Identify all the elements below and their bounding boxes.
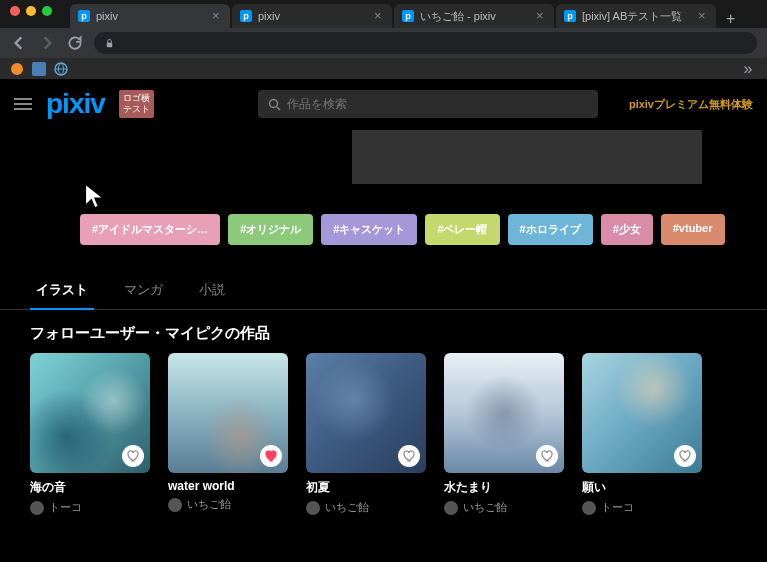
svg-text:p: p [405,11,411,21]
svg-text:p: p [243,11,249,21]
search-box[interactable] [258,90,598,118]
ad-placeholder [352,130,702,184]
tab-title: [pixiv] ABテスト一覧 [582,9,692,24]
pixiv-logo[interactable]: pixiv [46,88,105,120]
svg-point-15 [269,99,277,107]
pixiv-favicon-icon: p [240,10,252,22]
extension-row: » [0,58,767,80]
avatar [30,501,44,515]
artwork-title[interactable]: 水たまり [444,479,564,496]
artwork-card: 願い トーコ [582,353,702,515]
window-maximize[interactable] [42,6,52,16]
svg-line-16 [277,107,280,110]
author-name: いちご飴 [463,500,507,515]
pixiv-favicon-icon: p [78,10,90,22]
mouse-cursor-icon [82,182,110,210]
avatar [168,498,182,512]
tag-pill[interactable]: #オリジナル [228,214,313,245]
like-button[interactable] [122,445,144,467]
section-title: フォローユーザー・マイピクの作品 [0,310,767,353]
artwork-card: 海の音 トーコ [30,353,150,515]
artwork-thumbnail[interactable] [444,353,564,473]
lock-icon [104,38,115,49]
tab-title: pixiv [96,10,206,22]
content-tab[interactable]: マンガ [118,273,169,309]
close-icon[interactable]: × [374,11,384,21]
artwork-author[interactable]: いちご飴 [168,497,288,512]
browser-tab-0[interactable]: p pixiv × [70,4,230,28]
premium-link[interactable]: pixivプレミアム無料体験 [629,97,753,112]
content-tab[interactable]: イラスト [30,273,94,309]
artwork-title[interactable]: 願い [582,479,702,496]
artwork-thumbnail[interactable] [168,353,288,473]
forward-button[interactable] [38,34,56,52]
tag-pill[interactable]: #ホロライブ [508,214,593,245]
artwork-author[interactable]: トーコ [582,500,702,515]
close-icon[interactable]: × [698,11,708,21]
heart-icon [127,450,140,463]
site-header: pixiv ロゴ横 テスト pixivプレミアム無料体験 [0,80,767,128]
tab-title: いちご飴 - pixiv [420,9,530,24]
artwork-title[interactable]: water world [168,479,288,493]
search-input[interactable] [287,97,588,111]
extension-icon[interactable] [54,62,68,76]
author-name: トーコ [49,500,82,515]
tag-pill[interactable]: #ベレー帽 [425,214,499,245]
svg-text:p: p [81,11,87,21]
artwork-thumbnail[interactable] [30,353,150,473]
svg-rect-8 [107,42,113,47]
avatar [444,501,458,515]
tab-strip: p pixiv × p pixiv × p いちご飴 - pixiv × p [… [0,0,767,28]
browser-tab-3[interactable]: p [pixiv] ABテスト一覧 × [556,4,716,28]
window-close[interactable] [10,6,20,16]
author-name: いちご飴 [325,500,369,515]
tag-pill[interactable]: #vtuber [661,214,725,245]
hamburger-icon[interactable] [14,97,32,111]
content-tabs: イラストマンガ小説 [0,273,767,310]
artwork-card: 初夏 いちご飴 [306,353,426,515]
avatar [306,501,320,515]
artwork-author[interactable]: トーコ [30,500,150,515]
like-button[interactable] [536,445,558,467]
artwork-author[interactable]: いちご飴 [444,500,564,515]
close-icon[interactable]: × [536,11,546,21]
artwork-title[interactable]: 海の音 [30,479,150,496]
like-button[interactable] [260,445,282,467]
artwork-thumbnail[interactable] [582,353,702,473]
tag-pill[interactable]: #少女 [601,214,653,245]
address-bar[interactable] [94,32,757,54]
extension-icon[interactable] [10,62,24,76]
heart-icon [265,450,278,463]
extensions-overflow-icon[interactable]: » [739,60,757,78]
search-icon [268,98,281,111]
artwork-thumbnail[interactable] [306,353,426,473]
like-button[interactable] [398,445,420,467]
logo-test-badge[interactable]: ロゴ横 テスト [119,90,154,118]
content-tab[interactable]: 小説 [193,273,231,309]
extension-icon[interactable] [32,62,46,76]
tag-pill[interactable]: #アイドルマスターシ… [80,214,220,245]
address-bar-row [0,28,767,58]
artwork-card: 水たまり いちご飴 [444,353,564,515]
heart-icon [541,450,554,463]
window-minimize[interactable] [26,6,36,16]
back-button[interactable] [10,34,28,52]
like-button[interactable] [674,445,696,467]
close-icon[interactable]: × [212,11,222,21]
artwork-author[interactable]: いちご飴 [306,500,426,515]
pixiv-favicon-icon: p [402,10,414,22]
tag-row: #アイドルマスターシ…#オリジナル#キャスケット#ベレー帽#ホロライブ#少女#v… [0,214,767,245]
artwork-title[interactable]: 初夏 [306,479,426,496]
tab-title: pixiv [258,10,368,22]
window-traffic-lights [0,0,62,22]
pixiv-favicon-icon: p [564,10,576,22]
svg-rect-10 [32,62,46,76]
new-tab-button[interactable]: + [718,10,743,28]
tag-pill[interactable]: #キャスケット [321,214,417,245]
browser-tab-2[interactable]: p いちご飴 - pixiv × [394,4,554,28]
artwork-row: 海の音 トーコ water world いちご飴 初夏 いちご飴 [0,353,767,515]
reload-button[interactable] [66,34,84,52]
browser-tab-1[interactable]: p pixiv × [232,4,392,28]
svg-text:p: p [567,11,573,21]
heart-icon [403,450,416,463]
